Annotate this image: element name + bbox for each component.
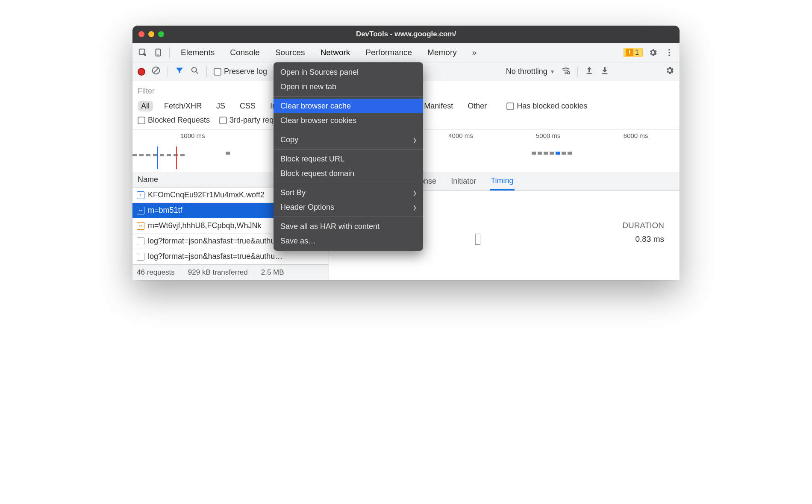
- overview-tick: 5000 ms: [536, 132, 561, 139]
- traffic-lights: [138, 31, 164, 37]
- ctx-save-as[interactable]: Save as…: [274, 234, 423, 248]
- maximize-icon[interactable]: [158, 31, 164, 37]
- filter-css[interactable]: CSS: [236, 101, 259, 111]
- file-icon: [137, 237, 144, 245]
- preserve-log-checkbox[interactable]: Preserve log: [214, 67, 267, 76]
- filter-input[interactable]: Filter: [138, 87, 155, 96]
- network-conditions-icon[interactable]: [561, 66, 571, 77]
- checkbox-icon: [506, 103, 514, 110]
- inspect-icon[interactable]: [137, 47, 149, 59]
- request-row[interactable]: log?format=json&hasfast=true&authu…: [132, 249, 329, 264]
- request-name: m=Wt6vjf,hhhU8,FCpbqb,WhJNk: [148, 221, 262, 230]
- tab-sources[interactable]: Sources: [269, 48, 311, 57]
- duration-header: DURATION: [622, 221, 664, 230]
- ctx-separator: [274, 183, 423, 183]
- ctx-open-sources[interactable]: Open in Sources panel: [274, 65, 423, 79]
- status-bar: 46 requests 929 kB transferred 2.5 MB: [132, 264, 329, 280]
- clear-icon[interactable]: [151, 66, 161, 77]
- devtools-window: DevTools - www.google.com/ Elements Cons…: [132, 26, 680, 280]
- svg-point-10: [565, 73, 566, 74]
- timing-bar-icon: [475, 234, 480, 245]
- filter-fetch-xhr[interactable]: Fetch/XHR: [161, 101, 205, 111]
- window-title: DevTools - www.google.com/: [132, 30, 680, 38]
- ctx-clear-cache[interactable]: Clear browser cache: [274, 99, 423, 113]
- panel-tabs: Elements Console Sources Network Perform…: [132, 43, 680, 62]
- svg-line-7: [154, 68, 159, 73]
- queueing-duration: 0.83 ms: [635, 234, 664, 244]
- checkbox-icon: [138, 117, 145, 124]
- detail-tab-timing[interactable]: Timing: [490, 173, 514, 190]
- filter-js[interactable]: JS: [213, 101, 229, 111]
- warning-count: 1: [635, 49, 639, 56]
- file-icon: ↕: [137, 191, 144, 199]
- search-icon[interactable]: [190, 66, 200, 77]
- tab-console[interactable]: Console: [224, 48, 266, 57]
- warning-icon: !: [626, 49, 633, 56]
- ctx-copy[interactable]: Copy: [274, 132, 423, 147]
- tab-network[interactable]: Network: [315, 48, 356, 57]
- ctx-block-domain[interactable]: Block request domain: [274, 166, 423, 181]
- separator: [577, 67, 578, 77]
- ctx-save-har[interactable]: Save all as HAR with content: [274, 219, 423, 234]
- transferred-size: 929 kB transferred: [188, 268, 254, 277]
- throttling-label: No throttling: [506, 67, 547, 76]
- filter-all[interactable]: All: [138, 101, 153, 111]
- record-icon[interactable]: [138, 68, 145, 76]
- blocked-requests-label: Blocked Requests: [148, 116, 210, 125]
- ctx-sort-by[interactable]: Sort By: [274, 185, 423, 200]
- request-count: 46 requests: [137, 268, 181, 277]
- blocked-requests-checkbox[interactable]: Blocked Requests: [138, 116, 210, 125]
- chevron-down-icon: ▼: [550, 69, 555, 75]
- context-menu: Open in Sources panel Open in new tab Cl…: [274, 62, 423, 251]
- device-toggle-icon[interactable]: [152, 47, 164, 59]
- filter-manifest[interactable]: Manifest: [421, 101, 456, 111]
- separator: [169, 47, 170, 58]
- resource-size: 2.5 MB: [261, 268, 290, 277]
- svg-point-3: [668, 49, 670, 50]
- file-icon: ⇔: [137, 222, 144, 230]
- ctx-header-options[interactable]: Header Options: [274, 200, 423, 214]
- overview-tick: 4000 ms: [448, 132, 473, 139]
- download-har-icon[interactable]: [600, 66, 609, 77]
- svg-rect-13: [602, 73, 607, 74]
- network-settings-icon[interactable]: [665, 66, 674, 77]
- has-blocked-cookies-label: Has blocked cookies: [517, 102, 587, 111]
- request-name: m=bm51tf: [148, 206, 182, 215]
- svg-point-11: [567, 72, 570, 74]
- tabs-overflow[interactable]: »: [466, 48, 483, 57]
- filter-icon[interactable]: [175, 66, 184, 77]
- throttling-select[interactable]: No throttling ▼: [506, 67, 555, 76]
- close-icon[interactable]: [138, 31, 144, 37]
- warning-badge[interactable]: ! 1: [624, 48, 643, 57]
- checkbox-icon: [214, 68, 221, 76]
- tab-memory[interactable]: Memory: [421, 48, 463, 57]
- ctx-open-new-tab[interactable]: Open in new tab: [274, 79, 423, 94]
- file-icon: ⇔: [137, 207, 144, 214]
- overview-tick: 6000 ms: [624, 132, 648, 139]
- ctx-clear-cookies[interactable]: Clear browser cookies: [274, 113, 423, 128]
- separator: [168, 67, 168, 77]
- svg-line-9: [196, 71, 198, 73]
- separator: [206, 67, 207, 77]
- request-name: log?format=json&hasfast=true&authu…: [148, 252, 282, 261]
- ctx-block-url[interactable]: Block request URL: [274, 152, 423, 166]
- titlebar: DevTools - www.google.com/: [132, 26, 680, 43]
- svg-point-4: [668, 52, 670, 53]
- ctx-separator: [274, 96, 423, 97]
- ctx-separator: [274, 130, 423, 130]
- svg-rect-12: [586, 73, 592, 74]
- tab-performance[interactable]: Performance: [359, 48, 418, 57]
- ctx-separator: [274, 149, 423, 149]
- detail-tab-initiator[interactable]: Initiator: [450, 173, 477, 190]
- has-blocked-cookies-checkbox[interactable]: Has blocked cookies: [506, 102, 587, 111]
- tab-elements[interactable]: Elements: [175, 48, 221, 57]
- filter-other[interactable]: Other: [464, 101, 490, 111]
- request-name: log?format=json&hasfast=true&authu…: [148, 237, 282, 246]
- settings-icon[interactable]: [647, 47, 659, 59]
- upload-har-icon[interactable]: [585, 66, 594, 77]
- ctx-separator: [274, 217, 423, 217]
- kebab-menu-icon[interactable]: [663, 47, 675, 59]
- file-icon: [137, 253, 144, 261]
- request-name: KFOmCnqEu92Fr1Mu4mxK.woff2: [148, 190, 265, 199]
- minimize-icon[interactable]: [148, 31, 154, 37]
